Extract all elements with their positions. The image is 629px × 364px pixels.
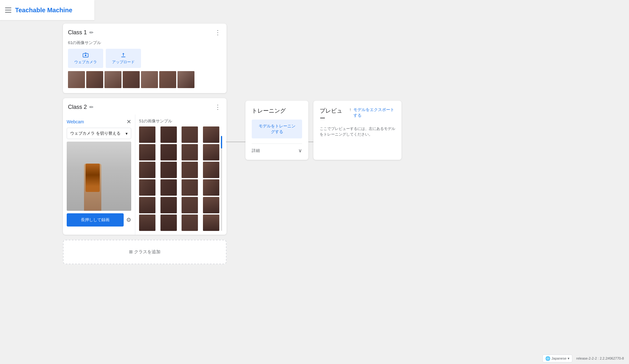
grid-thumb-18	[160, 197, 177, 213]
class1-more-icon[interactable]: ⋮	[215, 29, 222, 36]
webcam-panel: Webcam ✕ ウェブカメラ を切り替える ▾	[63, 115, 135, 235]
class1-thumb-4	[123, 71, 140, 88]
class1-thumb-5	[141, 71, 158, 88]
class2-more-icon[interactable]: ⋮	[215, 103, 222, 111]
image-grid-panel: 51の画像サンプル	[135, 115, 227, 235]
train-model-button[interactable]: モデルをトレーニングする	[252, 120, 302, 138]
webcam-label: Webcam	[67, 119, 84, 124]
version-label: release-2-2-2 : 2.2.2#062770-8	[576, 356, 624, 360]
webcam-dropdown-icon: ▾	[126, 131, 128, 136]
main-content: Class 1 ✏ ⋮ 61の画像サンプル ウェブカメラ	[0, 0, 629, 364]
class2-edit-icon[interactable]: ✏	[89, 104, 93, 110]
class1-thumb-3	[104, 71, 121, 88]
grid-thumb-9	[139, 162, 155, 178]
preview-card: プレビュー ↑ モデルをエクスポートする ここでプレビューするには、左にあるモデ…	[313, 101, 402, 160]
webcam-select-label: ウェブカメラ を切り替える	[70, 131, 121, 136]
right-panel: トレーニング モデルをトレーニングする 詳細 ∨ プレビュー ↑ モデルをエクス…	[245, 101, 402, 160]
grid-thumb-1	[139, 126, 155, 143]
grid-thumb-5	[139, 144, 155, 160]
class2-image-grid	[139, 126, 223, 231]
preview-header: プレビュー ↑ モデルをエクスポートする	[320, 107, 395, 122]
grid-thumb-10	[160, 162, 177, 178]
webcam-can	[86, 164, 100, 192]
preview-description: ここでプレビューするには、左にあるモデルをトレーニングしてください。	[320, 126, 395, 137]
svg-point-1	[85, 54, 87, 56]
svg-rect-3	[121, 57, 125, 57]
grid-thumb-2	[160, 126, 177, 143]
add-class-card[interactable]: ⊞ クラスを追加	[63, 240, 227, 264]
class2-title: Class 2 ✏	[68, 104, 93, 110]
grid-thumb-7	[182, 144, 198, 160]
webcam-hand	[67, 142, 131, 211]
grid-thumb-22	[160, 215, 177, 231]
scroll-bar[interactable]	[221, 136, 222, 231]
grid-thumb-19	[182, 197, 198, 213]
webcam-icon	[82, 52, 89, 58]
training-card: トレーニング モデルをトレーニングする 詳細 ∨	[245, 101, 308, 160]
class2-card: Class 2 ✏ ⋮ Webcam ✕ ウェブカメラ を切り替える	[63, 98, 227, 235]
language-selector[interactable]: 🌐 Japanese ▾	[542, 355, 573, 362]
grid-thumb-11	[182, 162, 198, 178]
svg-rect-2	[85, 53, 87, 54]
class2-name: Class 2	[68, 104, 87, 110]
scroll-thumb	[221, 136, 222, 148]
class1-title: Class 1 ✏	[68, 29, 93, 36]
class1-thumb-7	[177, 71, 194, 88]
webcam-section: Webcam ✕ ウェブカメラ を切り替える ▾	[63, 115, 227, 235]
class2-header: Class 2 ✏ ⋮	[63, 98, 227, 115]
webcam-select-dropdown[interactable]: ウェブカメラ を切り替える ▾	[67, 128, 131, 139]
grid-thumb-13	[139, 179, 155, 196]
record-row: 長押しして録画 ⚙	[67, 213, 131, 227]
left-panel: Class 1 ✏ ⋮ 61の画像サンプル ウェブカメラ	[63, 24, 227, 264]
class2-body: Webcam ✕ ウェブカメラ を切り替える ▾	[63, 115, 227, 235]
class1-header: Class 1 ✏ ⋮	[63, 24, 227, 40]
class1-thumb-2	[86, 71, 103, 88]
class2-sample-count: 51の画像サンプル	[139, 118, 223, 124]
grid-thumb-23	[182, 215, 198, 231]
header: Teachable Machine	[0, 0, 94, 20]
details-label: 詳細	[252, 148, 260, 154]
chevron-down-icon: ∨	[298, 148, 302, 154]
class1-name: Class 1	[68, 29, 87, 36]
class1-thumb-1	[68, 71, 85, 88]
grid-thumb-3	[182, 126, 198, 143]
class1-thumb-6	[159, 71, 176, 88]
webcam-panel-header: Webcam ✕	[67, 118, 131, 125]
menu-icon[interactable]	[5, 7, 11, 13]
grid-thumb-21	[139, 215, 155, 231]
export-area: ↑ モデルをエクスポートする	[349, 107, 395, 118]
webcam-preview	[67, 142, 131, 211]
image-grid-wrapper	[139, 126, 223, 231]
class1-webcam-label: ウェブカメラ	[74, 59, 97, 65]
grid-thumb-16	[203, 179, 219, 196]
export-model-button[interactable]: モデルをエクスポートする	[353, 107, 395, 118]
grid-thumb-24	[203, 215, 219, 231]
footer: 🌐 Japanese ▾ release-2-2-2 : 2.2.2#06277…	[537, 353, 629, 364]
grid-thumb-4	[203, 126, 219, 143]
export-icon: ↑	[349, 107, 351, 112]
grid-thumb-17	[139, 197, 155, 213]
class1-actions: ウェブカメラ アップロード	[68, 49, 222, 68]
class1-webcam-button[interactable]: ウェブカメラ	[68, 49, 103, 68]
class1-edit-icon[interactable]: ✏	[89, 30, 93, 36]
grid-thumb-12	[203, 162, 219, 178]
globe-icon: 🌐	[545, 356, 550, 361]
grid-thumb-15	[182, 179, 198, 196]
grid-thumb-8	[203, 144, 219, 160]
details-row[interactable]: 詳細 ∨	[252, 143, 302, 154]
grid-thumb-14	[160, 179, 177, 196]
webcam-close-button[interactable]: ✕	[126, 118, 131, 125]
class1-thumbnails	[68, 71, 222, 88]
grid-thumb-6	[160, 144, 177, 160]
settings-icon[interactable]: ⚙	[126, 216, 131, 223]
training-title: トレーニング	[252, 107, 302, 115]
language-label: Japanese	[552, 356, 567, 360]
class1-upload-label: アップロード	[112, 59, 135, 65]
class1-upload-button[interactable]: アップロード	[106, 49, 141, 68]
class1-card: Class 1 ✏ ⋮ 61の画像サンプル ウェブカメラ	[63, 24, 227, 93]
add-class-label: ⊞ クラスを追加	[129, 249, 160, 255]
record-button[interactable]: 長押しして録画	[67, 213, 124, 227]
class1-body: 61の画像サンプル ウェブカメラ	[63, 40, 227, 93]
preview-title: プレビュー	[320, 107, 344, 122]
footer-lang-chevron: ▾	[568, 356, 570, 361]
